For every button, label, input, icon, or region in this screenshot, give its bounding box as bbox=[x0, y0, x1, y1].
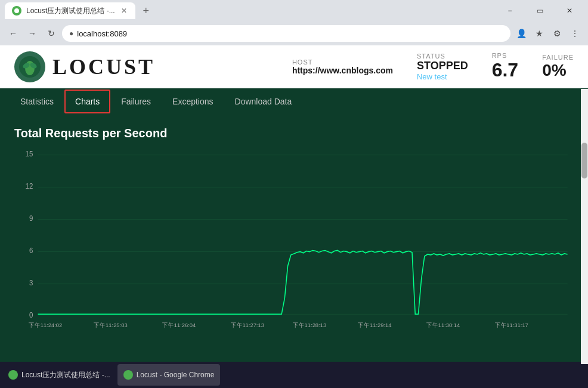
svg-text:下午11:29:14: 下午11:29:14 bbox=[358, 322, 392, 328]
svg-point-0 bbox=[14, 8, 19, 13]
locust-logo: LOCUST bbox=[14, 51, 155, 82]
address-actions: 👤 ★ ⚙ ⋮ bbox=[513, 25, 583, 42]
url-text: localhost:8089 bbox=[77, 29, 503, 38]
status-value: STOPPED bbox=[417, 60, 468, 72]
nav-tabs: Statistics Charts Failures Exceptions Do… bbox=[0, 88, 588, 115]
taskbar1-label: Locust压力测试使用总结 -... bbox=[21, 370, 110, 380]
svg-text:15: 15 bbox=[26, 150, 33, 158]
tab1-favicon bbox=[12, 6, 21, 16]
scrollbar[interactable] bbox=[581, 89, 588, 364]
chart-container: 15 12 9 6 3 0 下午11:24:02 下午11:25:03 bbox=[14, 150, 574, 343]
header-stats: HOST https://www.cnblogs.com STATUS STOP… bbox=[292, 52, 574, 81]
title-bar: Locust压力测试使用总结 -... ✕ + − ▭ ✕ bbox=[0, 0, 588, 21]
chart-svg: 15 12 9 6 3 0 下午11:24:02 下午11:25:03 bbox=[14, 150, 574, 343]
svg-text:下午11:28:13: 下午11:28:13 bbox=[293, 322, 326, 328]
taskbar: Locust压力测试使用总结 -... Locust - Google Chro… bbox=[0, 362, 588, 388]
taskbar2-label: Locust - Google Chrome bbox=[137, 371, 215, 379]
menu-button[interactable]: ⋮ bbox=[567, 25, 583, 42]
rps-label: RPS bbox=[492, 52, 518, 59]
window-controls: − ▭ ✕ bbox=[496, 2, 583, 19]
svg-text:下午11:26:04: 下午11:26:04 bbox=[162, 322, 196, 328]
taskbar-item-2[interactable]: Locust - Google Chrome bbox=[117, 364, 221, 386]
svg-text:下午11:24:02: 下午11:24:02 bbox=[29, 322, 62, 328]
taskbar1-favicon bbox=[8, 370, 18, 380]
maximize-button[interactable]: ▭ bbox=[526, 2, 553, 19]
minimize-button[interactable]: − bbox=[496, 2, 524, 19]
svg-text:12: 12 bbox=[26, 182, 33, 190]
tab-failures[interactable]: Failures bbox=[110, 90, 162, 113]
new-test-link[interactable]: New test bbox=[417, 72, 468, 81]
svg-text:0: 0 bbox=[29, 311, 33, 319]
failure-label: FAILURE bbox=[542, 54, 574, 61]
new-tab-button[interactable]: + bbox=[138, 2, 154, 19]
chart-title: Total Requests per Second bbox=[14, 127, 574, 140]
status-stat: STATUS STOPPED New test bbox=[417, 53, 468, 81]
host-value: https://www.cnblogs.com bbox=[292, 66, 393, 75]
host-label: HOST bbox=[292, 58, 393, 66]
page-content: LOCUST HOST https://www.cnblogs.com STAT… bbox=[0, 45, 588, 362]
back-button[interactable]: ← bbox=[5, 25, 21, 42]
svg-text:9: 9 bbox=[29, 214, 33, 222]
tab-exceptions[interactable]: Exceptions bbox=[162, 90, 224, 113]
svg-text:下午11:25:03: 下午11:25:03 bbox=[94, 322, 127, 328]
chrome-window: Locust压力测试使用总结 -... ✕ + − ▭ ✕ ← → ↻ ● lo… bbox=[0, 0, 588, 388]
tab-download[interactable]: Download Data bbox=[224, 90, 303, 113]
url-input[interactable]: ● localhost:8089 bbox=[62, 25, 510, 42]
host-stat: HOST https://www.cnblogs.com bbox=[292, 58, 393, 75]
svg-text:3: 3 bbox=[29, 279, 33, 287]
charts-area: Total Requests per Second 15 12 9 6 3 0 bbox=[0, 115, 588, 362]
profile-button[interactable]: 👤 bbox=[513, 25, 530, 42]
rps-stat: RPS 6.7 bbox=[492, 52, 518, 81]
locust-title: LOCUST bbox=[52, 54, 155, 79]
tab-1[interactable]: Locust压力测试使用总结 -... ✕ bbox=[5, 2, 135, 19]
failure-value: 0% bbox=[542, 61, 574, 80]
svg-text:下午11:31:17: 下午11:31:17 bbox=[495, 322, 528, 328]
tab1-close-icon[interactable]: ✕ bbox=[120, 5, 128, 16]
status-label: STATUS bbox=[417, 53, 468, 60]
close-button[interactable]: ✕ bbox=[556, 2, 583, 19]
tab-charts[interactable]: Charts bbox=[64, 90, 110, 113]
address-bar: ← → ↻ ● localhost:8089 👤 ★ ⚙ ⋮ bbox=[0, 21, 588, 45]
tab1-title: Locust压力测试使用总结 -... bbox=[26, 6, 115, 16]
taskbar-item-1[interactable]: Locust压力测试使用总结 -... bbox=[2, 364, 116, 386]
taskbar2-favicon bbox=[123, 370, 133, 380]
scrollbar-thumb[interactable] bbox=[581, 143, 587, 178]
rps-value: 6.7 bbox=[492, 59, 518, 81]
extension-button[interactable]: ⚙ bbox=[549, 25, 565, 42]
locust-header: LOCUST HOST https://www.cnblogs.com STAT… bbox=[0, 45, 588, 88]
svg-text:6: 6 bbox=[29, 247, 33, 254]
locust-icon bbox=[14, 51, 45, 82]
secure-icon: ● bbox=[69, 29, 73, 38]
bookmark-button[interactable]: ★ bbox=[531, 25, 547, 42]
forward-button[interactable]: → bbox=[24, 25, 41, 42]
failure-stat: FAILURE 0% bbox=[542, 54, 574, 80]
svg-text:下午11:27:13: 下午11:27:13 bbox=[231, 322, 264, 328]
tab-statistics[interactable]: Statistics bbox=[10, 90, 64, 113]
svg-text:下午11:30:14: 下午11:30:14 bbox=[426, 322, 460, 328]
refresh-button[interactable]: ↻ bbox=[43, 25, 60, 42]
